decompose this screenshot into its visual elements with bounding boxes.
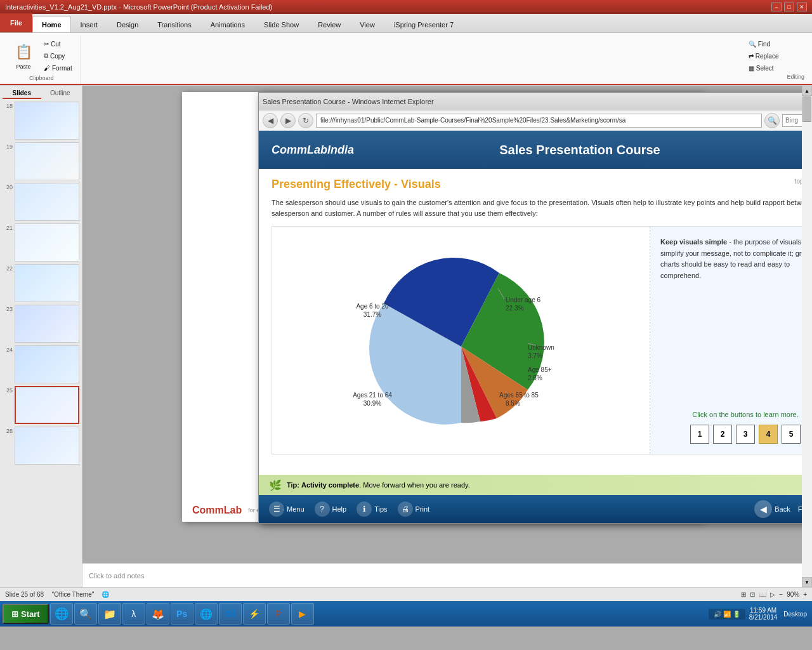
slide-thumb-22: 22 — [3, 264, 79, 302]
slide-23[interactable] — [15, 305, 79, 343]
tab-outline[interactable]: Outline — [41, 88, 80, 99]
tab-home[interactable]: Home — [32, 16, 71, 32]
format-button[interactable]: 🖌 Format — [41, 62, 75, 74]
tab-insert[interactable]: Insert — [71, 16, 108, 32]
editing-small-group: 🔍 Find ⇄ Replace ▦ Select — [745, 38, 782, 74]
minimize-button[interactable]: − — [771, 3, 782, 11]
find-button[interactable]: 🔍 Find — [745, 38, 782, 50]
slide-21[interactable] — [15, 223, 79, 262]
view-slideshow-icon[interactable]: ▷ — [770, 591, 775, 598]
nav-back-btn[interactable]: ◀ Back — [754, 500, 790, 518]
nav-print[interactable]: 🖨 Print — [398, 501, 430, 517]
num-btn-1[interactable]: 1 — [690, 425, 709, 444]
taskbar-ps-icon[interactable]: Ps — [171, 603, 193, 625]
label-under-6-val: 22.3% — [506, 305, 523, 312]
browser-refresh-btn[interactable]: ↻ — [298, 113, 313, 128]
slide-26[interactable] — [15, 427, 79, 465]
nav-help[interactable]: ? Help — [315, 501, 347, 517]
browser-titlebar: Sales Presentation Course - Windows Inte… — [259, 93, 802, 110]
browser-forward-btn[interactable]: ▶ — [280, 113, 296, 128]
scroll-up-arrow[interactable]: ▲ — [802, 86, 812, 96]
course-body-text: The salesperson should use visuals to ga… — [272, 197, 802, 218]
slide-thumb-19: 19 — [3, 142, 79, 180]
tab-design[interactable]: Design — [107, 16, 148, 32]
maximize-button[interactable]: □ — [784, 3, 794, 11]
taskbar-ie-icon[interactable]: 🌐 — [50, 603, 73, 625]
paste-button[interactable]: 📋 Paste — [8, 37, 39, 74]
replace-button[interactable]: ⇄ Replace — [745, 50, 782, 62]
browser-search-input[interactable] — [782, 114, 802, 127]
label-unknown-val: 3.7% — [528, 352, 542, 359]
browser-content: CommLabIndia Sales Presentation Course E… — [259, 131, 802, 523]
taskbar-outlook-icon[interactable]: Ol — [219, 603, 242, 625]
tab-transitions[interactable]: Transitions — [148, 16, 200, 32]
select-icon: ▦ — [749, 65, 754, 72]
taskbar-chrome-icon[interactable]: 🌐 — [195, 603, 218, 625]
zoom-out-btn[interactable]: − — [779, 591, 783, 598]
start-button[interactable]: ⊞ Start — [3, 604, 49, 624]
clipboard-buttons: 📋 Paste ✂ Cut ⧉ Copy 🖌 Format — [8, 37, 75, 75]
info-heading: Keep visuals simple — [660, 238, 727, 246]
pie-chart: Under age 6 22.3% Age 6 to 20 31.7% Unkn… — [341, 245, 582, 435]
slide-25[interactable] — [15, 386, 79, 424]
num-btn-2[interactable]: 2 — [713, 425, 732, 444]
slide-20[interactable] — [15, 183, 79, 221]
tab-slideshow[interactable]: Slide Show — [254, 16, 308, 32]
tips-icon: ℹ — [357, 501, 372, 517]
view-normal-icon[interactable]: ⊞ — [741, 591, 746, 598]
num-btn-4[interactable]: 4 — [759, 425, 778, 444]
taskbar-firefox-icon[interactable]: 🦊 — [147, 603, 169, 625]
desktop-button[interactable]: Desktop — [781, 611, 809, 618]
tab-view[interactable]: View — [350, 16, 384, 32]
clock-area[interactable]: 11:59 AM 8/21/2014 — [749, 607, 778, 621]
cut-button[interactable]: ✂ Cut — [41, 38, 75, 50]
tab-file[interactable]: File — [0, 13, 32, 32]
close-button[interactable]: ✕ — [797, 3, 807, 11]
nav-forward-btn[interactable]: Forward ▶ — [798, 500, 802, 518]
clipboard-label: Clipboard — [29, 75, 54, 83]
view-slide-sorter-icon[interactable]: ⊡ — [750, 591, 755, 598]
slide-status: Slide 25 of 68 — [5, 591, 44, 598]
zoom-in-btn[interactable]: + — [803, 591, 807, 598]
taskbar-search-icon[interactable]: 🔍 — [74, 603, 97, 625]
slide-19[interactable] — [15, 142, 79, 180]
browser-search-go-btn[interactable]: 🔍 — [764, 113, 780, 128]
slides-panel: Slides Outline 18 19 20 21 — [0, 86, 82, 587]
nav-tips[interactable]: ℹ Tips — [357, 501, 387, 517]
slide-24[interactable] — [15, 345, 79, 383]
notes-bar[interactable]: Click to add notes — [82, 563, 802, 587]
taskbar-vlc-icon[interactable]: ▶ — [291, 603, 314, 625]
scroll-track — [802, 96, 812, 577]
tab-slides[interactable]: Slides — [3, 88, 41, 99]
num-btn-3[interactable]: 3 — [736, 425, 755, 444]
taskbar-folder-icon[interactable]: 📁 — [98, 603, 121, 625]
taskbar-flash-icon[interactable]: ⚡ — [243, 603, 266, 625]
label-85plus: Age 85+ — [528, 366, 552, 373]
num-btn-5[interactable]: 5 — [782, 425, 801, 444]
scroll-down-arrow[interactable]: ▼ — [802, 577, 812, 587]
ribbon-area: File Home Insert Design Transitions Anim… — [0, 14, 812, 86]
select-button[interactable]: ▦ Select — [745, 62, 782, 74]
browser-back-btn[interactable]: ◀ — [263, 113, 278, 128]
browser-address-input[interactable] — [316, 114, 762, 128]
copy-button[interactable]: ⧉ Copy — [41, 50, 75, 62]
taskbar-ppt-icon[interactable]: P — [267, 603, 290, 625]
nav-menu[interactable]: ☰ Menu — [269, 501, 304, 517]
status-right: ⊞ ⊡ 📖 ▷ − 90% + — [741, 591, 807, 598]
slide-thumb-18: 18 — [3, 102, 79, 140]
panel-tabs: Slides Outline — [3, 88, 79, 99]
slide-topic-title: Presenting Effectively - Visuals — [272, 178, 441, 191]
tab-review[interactable]: Review — [308, 16, 350, 32]
print-icon: 🖨 — [398, 501, 413, 517]
taskbar-lambda-icon[interactable]: λ — [122, 603, 145, 625]
slide-18[interactable] — [15, 102, 79, 140]
view-reading-icon[interactable]: 📖 — [759, 591, 766, 598]
tab-ispring[interactable]: iSpring Presenter 7 — [384, 16, 463, 32]
right-scrollbar[interactable]: ▲ ▼ — [802, 86, 812, 587]
tray-area: 🔊 📶 🔋 — [709, 609, 745, 620]
slide-22[interactable] — [15, 264, 79, 302]
label-21-64: Ages 21 to 64 — [353, 392, 392, 399]
clock-time: 11:59 AM — [749, 607, 778, 614]
scroll-thumb[interactable] — [802, 96, 811, 122]
tab-animations[interactable]: Animations — [201, 16, 254, 32]
